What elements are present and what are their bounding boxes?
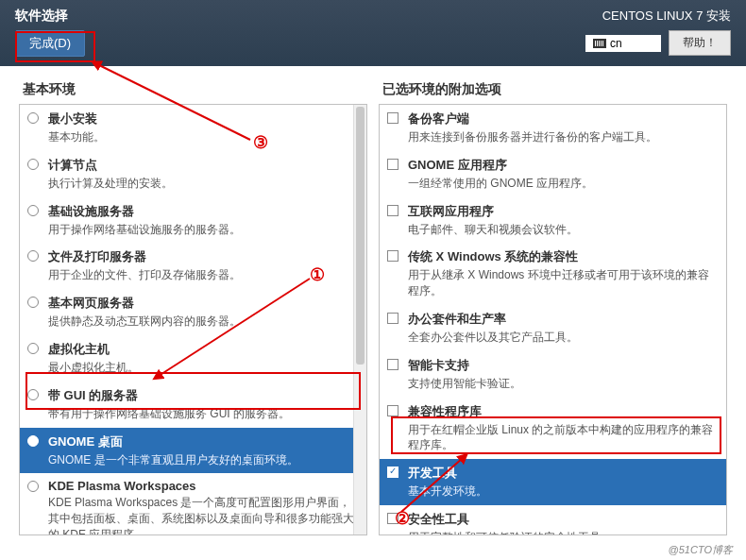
checkbox-icon[interactable] (387, 405, 398, 416)
top-bar: 软件选择 完成(D) CENTOS LINUX 7 安装 cn 帮助！ (0, 0, 746, 66)
item-title: 虚拟化主机 (48, 341, 359, 358)
main-content: 基本环境 最小安装基本功能。计算节点执行计算及处理的安装。基础设施服务器用于操作… (0, 66, 746, 543)
list-item[interactable]: 互联网应用程序电子邮件、聊天和视频会议软件。 (380, 197, 726, 244)
base-env-column: 基本环境 最小安装基本功能。计算节点执行计算及处理的安装。基础设施服务器用于操作… (19, 77, 367, 535)
list-item[interactable]: 兼容性程序库用于在红帽企业版 Linux 的之前版本中构建的应用程序的兼容程序库… (380, 398, 726, 460)
keyboard-icon (593, 39, 606, 48)
item-title: 计算节点 (48, 157, 359, 174)
addons-column: 已选环境的附加选项 备份客户端用来连接到备份服务器并进行备份的客户端工具。GNO… (379, 77, 727, 535)
item-title: 安全性工具 (408, 511, 719, 528)
page-title: 软件选择 (15, 8, 85, 25)
item-description: 最小虚拟化主机。 (48, 360, 359, 376)
item-description: 用于完整性和可信任验证的安全性工具。 (408, 530, 719, 535)
radio-icon[interactable] (27, 159, 39, 170)
checkbox-icon[interactable] (387, 250, 398, 262)
item-description: 一组经常使用的 GNOME 应用程序。 (408, 176, 719, 192)
radio-icon[interactable] (27, 205, 39, 216)
checkbox-icon[interactable] (387, 467, 398, 478)
list-item[interactable]: 最小安装基本功能。 (20, 105, 366, 151)
item-title: 互联网应用程序 (408, 203, 719, 220)
radio-icon[interactable] (27, 389, 39, 400)
item-description: 执行计算及处理的安装。 (48, 176, 359, 192)
keyboard-indicator[interactable]: cn (585, 35, 661, 52)
keyboard-layout-text: cn (610, 37, 622, 50)
checkbox-icon[interactable] (387, 313, 398, 324)
item-title: 兼容性程序库 (408, 403, 719, 420)
item-description: 支持使用智能卡验证。 (408, 376, 719, 392)
list-item[interactable]: 备份客户端用来连接到备份服务器并进行备份的客户端工具。 (380, 105, 726, 151)
base-env-listbox[interactable]: 最小安装基本功能。计算节点执行计算及处理的安装。基础设施服务器用于操作网络基础设… (19, 104, 367, 535)
item-description: 用于企业的文件、打印及存储服务器。 (48, 267, 359, 283)
top-right: CENTOS LINUX 7 安装 cn 帮助！ (585, 8, 731, 59)
list-item[interactable]: 计算节点执行计算及处理的安装。 (20, 151, 366, 197)
list-item[interactable]: 智能卡支持支持使用智能卡验证。 (380, 351, 726, 398)
list-item[interactable]: 安全性工具用于完整性和可信任验证的安全性工具。 (380, 505, 726, 535)
item-description: GNOME 是一个非常直观且用户友好的桌面环境。 (48, 452, 359, 468)
list-item[interactable]: GNOME 桌面GNOME 是一个非常直观且用户友好的桌面环境。 (20, 428, 366, 474)
item-description: 全套办公套件以及其它产品工具。 (408, 330, 719, 346)
radio-icon[interactable] (27, 112, 39, 124)
item-title: 传统 X Windows 系统的兼容性 (408, 248, 719, 265)
item-description: 电子邮件、聊天和视频会议软件。 (408, 222, 719, 238)
list-item[interactable]: 文件及打印服务器用于企业的文件、打印及存储服务器。 (20, 243, 366, 289)
addons-listbox[interactable]: 备份客户端用来连接到备份服务器并进行备份的客户端工具。GNOME 应用程序一组经… (379, 104, 727, 535)
item-title: 文件及打印服务器 (48, 248, 359, 265)
item-description: 基本功能。 (48, 129, 359, 145)
item-title: GNOME 应用程序 (408, 157, 719, 174)
watermark: @51CTO博客 (665, 542, 737, 558)
item-title: 开发工具 (408, 465, 719, 482)
radio-icon[interactable] (27, 250, 39, 262)
item-title: 智能卡支持 (408, 357, 719, 374)
item-description: 用来连接到备份服务器并进行备份的客户端工具。 (408, 129, 719, 145)
item-title: 带 GUI 的服务器 (48, 387, 359, 404)
item-title: 办公套件和生产率 (408, 311, 719, 328)
list-item[interactable]: 办公套件和生产率全套办公套件以及其它产品工具。 (380, 305, 726, 351)
list-item[interactable]: KDE Plasma WorkspacesKDE Plasma Workspac… (20, 473, 366, 535)
scrollbar[interactable] (353, 105, 366, 535)
radio-icon[interactable] (27, 343, 39, 354)
list-item[interactable]: 开发工具基本开发环境。 (380, 459, 726, 505)
item-description: 基本开发环境。 (408, 484, 719, 500)
checkbox-icon[interactable] (387, 359, 398, 370)
addons-heading: 已选环境的附加选项 (379, 77, 727, 104)
install-title: CENTOS LINUX 7 安装 (602, 8, 731, 25)
item-description: 用于操作网络基础设施服务的服务器。 (48, 222, 359, 238)
item-description: 带有用于操作网络基础设施服务 GUI 的服务器。 (48, 406, 359, 422)
list-item[interactable]: GNOME 应用程序一组经常使用的 GNOME 应用程序。 (380, 151, 726, 197)
scrollbar-thumb[interactable] (356, 107, 365, 365)
item-description: KDE Plasma Workspaces 是一个高度可配置图形用户界面，其中包… (48, 495, 359, 535)
checkbox-icon[interactable] (387, 513, 398, 524)
help-button[interactable]: 帮助！ (669, 30, 731, 56)
radio-icon[interactable] (27, 297, 39, 308)
checkbox-icon[interactable] (387, 205, 398, 216)
item-title: KDE Plasma Workspaces (48, 479, 359, 493)
keyboard-help-row: cn 帮助！ (585, 30, 731, 56)
item-title: GNOME 桌面 (48, 433, 359, 450)
base-env-heading: 基本环境 (19, 77, 367, 104)
checkbox-icon[interactable] (387, 159, 398, 170)
item-description: 用于在红帽企业版 Linux 的之前版本中构建的应用程序的兼容程序库。 (408, 422, 719, 454)
item-description: 提供静态及动态互联网内容的服务器。 (48, 314, 359, 330)
radio-icon[interactable] (27, 435, 39, 447)
list-item[interactable]: 带 GUI 的服务器带有用于操作网络基础设施服务 GUI 的服务器。 (20, 382, 366, 428)
list-item[interactable]: 基础设施服务器用于操作网络基础设施服务的服务器。 (20, 197, 366, 244)
item-description: 用于从继承 X Windows 环境中迁移或者可用于该环境的兼容程序。 (408, 267, 719, 299)
item-title: 基础设施服务器 (48, 203, 359, 220)
done-button[interactable]: 完成(D) (15, 30, 85, 57)
checkbox-icon[interactable] (387, 112, 398, 124)
list-item[interactable]: 虚拟化主机最小虚拟化主机。 (20, 335, 366, 382)
list-item[interactable]: 传统 X Windows 系统的兼容性用于从继承 X Windows 环境中迁移… (380, 243, 726, 305)
item-title: 备份客户端 (408, 110, 719, 127)
list-item[interactable]: 基本网页服务器提供静态及动态互联网内容的服务器。 (20, 289, 366, 335)
top-left: 软件选择 完成(D) (15, 8, 85, 59)
item-title: 基本网页服务器 (48, 295, 359, 312)
item-title: 最小安装 (48, 110, 359, 127)
radio-icon[interactable] (27, 481, 39, 492)
